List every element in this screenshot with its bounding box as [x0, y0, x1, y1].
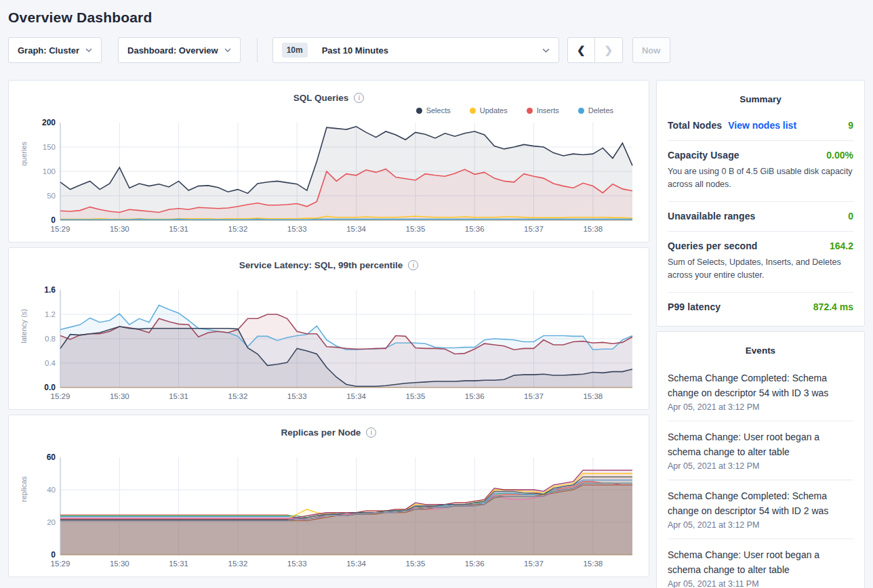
event-item: Schema Change: User root began a schema …: [668, 539, 853, 588]
info-icon[interactable]: i: [408, 260, 418, 270]
legend-dot-icon: [578, 108, 584, 114]
svg-text:15:36: 15:36: [465, 225, 485, 233]
toolbar: Graph: Cluster Dashboard: Overview 10m P…: [8, 37, 865, 64]
event-text: Schema Change Completed: Schema change o…: [668, 371, 853, 400]
event-text: Schema Change: User root began a schema …: [668, 429, 853, 459]
svg-text:15:30: 15:30: [110, 560, 129, 568]
legend-item-updates[interactable]: Updates: [470, 106, 508, 114]
svg-text:15:35: 15:35: [406, 392, 426, 400]
svg-text:15:38: 15:38: [583, 392, 603, 400]
svg-text:40: 40: [47, 486, 56, 494]
main-content: SQL Queries i SelectsUpdatesInsertsDelet…: [8, 80, 865, 588]
svg-text:60: 60: [47, 453, 56, 462]
svg-text:15:31: 15:31: [169, 225, 188, 233]
svg-text:15:35: 15:35: [406, 225, 426, 233]
svg-text:15:29: 15:29: [51, 560, 70, 568]
chart-card-service-latency: Service Latency: SQL, 99th percentile i …: [8, 247, 649, 410]
svg-text:15:31: 15:31: [169, 560, 188, 568]
summary-row-caption: You are using 0 B of 4.5 GiB usable disk…: [668, 165, 853, 192]
svg-text:15:37: 15:37: [524, 560, 544, 568]
toolbar-divider: [257, 38, 258, 62]
svg-text:15:36: 15:36: [465, 560, 485, 568]
time-range-selector[interactable]: 10m Past 10 Minutes: [272, 37, 559, 63]
events-panel: Events Schema Change Completed: Schema c…: [656, 331, 865, 588]
svg-text:20: 20: [47, 518, 56, 526]
svg-text:15:33: 15:33: [287, 392, 307, 400]
svg-text:15:33: 15:33: [287, 225, 307, 233]
time-range-badge: 10m: [282, 43, 308, 58]
event-text: Schema Change: User root began a schema …: [668, 547, 853, 577]
y-axis-label: queries: [20, 142, 28, 166]
legend-item-inserts[interactable]: Inserts: [527, 106, 559, 114]
events-title: Events: [668, 340, 853, 362]
chart-title: Replicas per Node: [281, 427, 361, 438]
graph-dropdown[interactable]: Graph: Cluster: [8, 37, 102, 63]
svg-text:15:32: 15:32: [228, 225, 248, 233]
svg-text:15:34: 15:34: [346, 560, 366, 568]
event-timestamp: Apr 05, 2021 at 3:11 PM: [668, 579, 853, 588]
svg-text:15:33: 15:33: [287, 560, 307, 568]
dashboard-dropdown[interactable]: Dashboard: Overview: [118, 37, 241, 63]
svg-text:15:36: 15:36: [465, 392, 485, 400]
event-timestamp: Apr 05, 2021 at 3:12 PM: [668, 461, 853, 471]
summary-row-label: Unavailable ranges: [668, 211, 755, 222]
svg-text:15:32: 15:32: [228, 560, 248, 568]
summary-row: P99 latency 872.4 ms: [668, 293, 853, 322]
svg-text:150: 150: [43, 143, 56, 151]
svg-text:15:35: 15:35: [406, 560, 426, 568]
summary-row-value: 164.2: [830, 240, 853, 251]
now-button[interactable]: Now: [632, 37, 670, 63]
sidebar: Summary Total Nodes View nodes list 9 Ca…: [656, 80, 865, 588]
summary-row: Total Nodes View nodes list 9: [668, 111, 853, 141]
info-icon[interactable]: i: [354, 93, 364, 103]
summary-row-caption: Sum of Selects, Updates, Inserts, and De…: [668, 256, 853, 282]
svg-text:15:38: 15:38: [583, 560, 603, 568]
summary-row-value: 0: [848, 211, 853, 222]
svg-text:0.8: 0.8: [45, 335, 56, 343]
chevron-down-icon: [85, 48, 92, 52]
svg-text:0.0: 0.0: [44, 383, 56, 392]
svg-text:15:30: 15:30: [110, 392, 129, 400]
summary-row: Unavailable ranges 0: [668, 202, 853, 232]
chevron-down-icon: [224, 48, 231, 52]
summary-row-label: Capacity Usage: [668, 150, 739, 161]
summary-row: Capacity Usage 0.00% You are using 0 B o…: [668, 141, 853, 202]
svg-text:15:30: 15:30: [110, 225, 129, 233]
summary-row-value: 872.4 ms: [813, 301, 853, 312]
summary-row-label: Total Nodes: [668, 120, 722, 131]
svg-text:1.6: 1.6: [44, 285, 56, 295]
svg-text:15:31: 15:31: [169, 392, 188, 400]
svg-text:0.4: 0.4: [45, 359, 56, 367]
time-pager: ❮ ❯: [567, 37, 623, 63]
replicas-per-node-chart[interactable]: 15:2915:3015:3115:3215:3315:3415:3515:36…: [29, 452, 639, 572]
chart-legend: [9, 438, 649, 452]
legend-item-selects[interactable]: Selects: [416, 106, 451, 114]
legend-item-deletes[interactable]: Deletes: [578, 106, 613, 114]
chart-title: Service Latency: SQL, 99th percentile: [239, 260, 403, 270]
svg-text:15:34: 15:34: [346, 225, 366, 233]
svg-text:50: 50: [47, 192, 56, 200]
svg-text:15:32: 15:32: [228, 392, 248, 400]
event-item: Schema Change Completed: Schema change o…: [668, 480, 853, 539]
summary-panel: Summary Total Nodes View nodes list 9 Ca…: [656, 80, 865, 327]
sql-queries-chart[interactable]: 15:2915:3015:3115:3215:3315:3415:3515:36…: [29, 117, 639, 238]
service-latency-chart[interactable]: 15:2915:3015:3115:3215:3315:3415:3515:36…: [29, 285, 639, 405]
info-icon[interactable]: i: [366, 427, 376, 438]
chart-legend: SelectsUpdatesInsertsDeletes: [9, 104, 649, 117]
summary-row-label: P99 latency: [668, 301, 720, 312]
summary-row-link[interactable]: View nodes list: [728, 120, 796, 131]
svg-text:200: 200: [42, 118, 56, 127]
legend-dot-icon: [416, 108, 422, 114]
event-item: Schema Change: User root began a schema …: [668, 421, 853, 480]
svg-text:15:38: 15:38: [583, 225, 603, 233]
svg-text:0: 0: [51, 550, 56, 560]
time-range-label: Past 10 Minutes: [322, 45, 388, 56]
event-text: Schema Change Completed: Schema change o…: [668, 488, 853, 518]
graph-dropdown-label: Graph: Cluster: [18, 45, 79, 56]
prev-range-button[interactable]: ❮: [568, 38, 595, 62]
next-range-button[interactable]: ❯: [595, 38, 622, 62]
svg-text:15:37: 15:37: [524, 392, 544, 400]
chart-title: SQL Queries: [293, 93, 349, 103]
charts-column: SQL Queries i SelectsUpdatesInsertsDelet…: [8, 80, 649, 588]
event-timestamp: Apr 05, 2021 at 3:12 PM: [668, 402, 853, 412]
